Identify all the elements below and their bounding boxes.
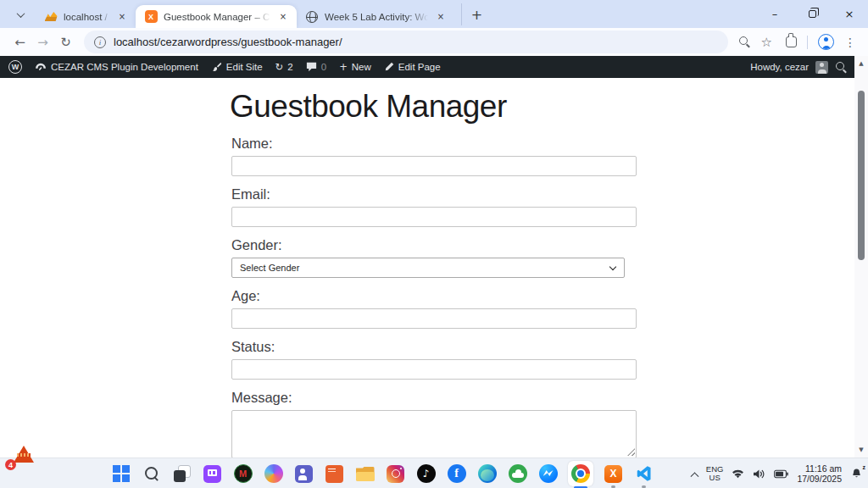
- edge-icon: [478, 464, 497, 483]
- time: 11:16 am: [797, 463, 842, 474]
- task-view-icon: [174, 465, 191, 482]
- wp-logo-menu[interactable]: W: [8, 60, 22, 74]
- email-input[interactable]: [231, 207, 637, 227]
- tab-search-button[interactable]: [10, 4, 31, 25]
- search-button[interactable]: [141, 463, 162, 485]
- email-label: Email:: [231, 186, 637, 202]
- xampp-icon: X: [604, 465, 622, 483]
- name-input[interactable]: [231, 156, 637, 176]
- date: 17/09/2025: [797, 474, 842, 484]
- dashboard-gauge-icon: [35, 62, 47, 72]
- browser-menu-icon[interactable]: ⋮: [844, 36, 856, 49]
- age-input[interactable]: [231, 308, 637, 329]
- edit-site-menu[interactable]: Edit Site: [211, 62, 263, 73]
- wordpress-icon: W: [8, 60, 22, 74]
- notifications-button[interactable]: z: [850, 468, 863, 480]
- language-indicator[interactable]: ENG US: [706, 465, 724, 483]
- forward-button[interactable]: →: [31, 30, 54, 53]
- tab-title: Guestbook Manager – CEZAR C: [164, 12, 270, 22]
- clock[interactable]: 11:16 am 17/09/2025: [797, 463, 842, 484]
- messenger-app[interactable]: [537, 463, 559, 485]
- browser-window: localhost / 127.0.0.1 / external_c × X G…: [0, 0, 868, 488]
- tab-week5-lab[interactable]: Week 5 Lab Activity: WordPress ×: [297, 5, 454, 28]
- url-text[interactable]: localhost/cezarwordpress/guestbook-manag…: [114, 36, 342, 48]
- new-content-menu[interactable]: + New: [339, 61, 371, 73]
- m-logo-icon: M: [234, 464, 253, 483]
- dnd-z-label: z: [863, 464, 866, 470]
- task-view-button[interactable]: [171, 463, 192, 485]
- comments-menu[interactable]: 0: [306, 62, 326, 72]
- file-explorer[interactable]: [354, 463, 376, 485]
- pencil-icon: [384, 62, 394, 72]
- address-bar[interactable]: i localhost/cezarwordpress/guestbook-man…: [84, 30, 728, 53]
- instagram-app[interactable]: [385, 463, 406, 485]
- gender-select[interactable]: Select Gender: [231, 258, 625, 278]
- name-field-group: Name:: [231, 136, 637, 176]
- new-tab-button[interactable]: +: [461, 3, 483, 25]
- tab-phpmyadmin[interactable]: localhost / 127.0.0.1 / external_c ×: [36, 5, 136, 28]
- howdy-label[interactable]: Howdy, cezar: [750, 62, 809, 72]
- message-textarea[interactable]: [231, 410, 637, 458]
- tiktok-app[interactable]: ♪: [415, 463, 437, 485]
- cloud-app[interactable]: [507, 463, 528, 485]
- scroll-up-icon[interactable]: ▲: [854, 58, 868, 69]
- zoom-icon[interactable]: [738, 36, 751, 48]
- xampp-app[interactable]: X: [603, 463, 624, 485]
- site-name-menu[interactable]: CEZAR CMS Plugin Development: [35, 62, 198, 72]
- alert-badge: 4: [5, 459, 16, 470]
- wifi-icon[interactable]: [732, 469, 744, 479]
- notes-app[interactable]: [324, 463, 345, 485]
- email-field-group: Email:: [231, 186, 637, 227]
- bell-icon: [850, 468, 863, 480]
- windows-taskbar: 4 M ♪ f X E: [0, 458, 868, 488]
- updates-menu[interactable]: ↻ 2: [275, 61, 293, 73]
- close-icon[interactable]: ×: [115, 10, 129, 24]
- extensions-icon[interactable]: [786, 36, 797, 47]
- folder-icon: [356, 467, 375, 481]
- battery-icon[interactable]: [774, 469, 788, 479]
- site-info-icon[interactable]: i: [94, 36, 106, 48]
- close-button[interactable]: ×: [831, 0, 868, 28]
- vscode-app[interactable]: [633, 463, 654, 485]
- speaker-icon[interactable]: [753, 469, 765, 480]
- teams-icon: [295, 465, 313, 483]
- page-scrollbar[interactable]: ▲ ▼: [854, 56, 868, 458]
- scrollbar-thumb[interactable]: [858, 91, 865, 260]
- search-icon[interactable]: [835, 61, 848, 74]
- twitch-app[interactable]: [202, 463, 223, 485]
- close-icon[interactable]: ×: [276, 10, 290, 24]
- restore-button[interactable]: [793, 0, 831, 28]
- updates-icon: ↻: [275, 61, 284, 73]
- bookmark-star-icon[interactable]: ☆: [761, 35, 772, 50]
- hidden-icons-chevron-icon[interactable]: [690, 472, 698, 480]
- toolbar-right-icons: ☆ ⋮: [738, 34, 860, 50]
- facebook-icon: f: [448, 464, 466, 483]
- copilot-app[interactable]: [263, 463, 284, 485]
- user-avatar[interactable]: [815, 61, 828, 74]
- m-logo-app[interactable]: M: [232, 463, 253, 485]
- close-icon[interactable]: ×: [434, 10, 448, 24]
- reload-button[interactable]: ↻: [54, 30, 77, 53]
- teams-app[interactable]: [293, 463, 314, 485]
- restore-icon: [809, 10, 816, 18]
- message-field-group: Message:: [231, 390, 637, 458]
- vscode-icon: [636, 465, 653, 482]
- status-input[interactable]: [231, 359, 637, 380]
- window-controls: – ×: [756, 0, 868, 28]
- message-label: Message:: [231, 390, 637, 406]
- back-button[interactable]: ←: [8, 30, 31, 53]
- edit-page-menu[interactable]: Edit Page: [384, 62, 441, 72]
- facebook-app[interactable]: f: [446, 463, 467, 485]
- globe-icon: [305, 10, 319, 24]
- scroll-down-icon[interactable]: ▼: [854, 444, 868, 456]
- chrome-icon: [571, 464, 590, 483]
- chrome-app-active[interactable]: [568, 461, 593, 486]
- tab-guestbook-manager-active[interactable]: X Guestbook Manager – CEZAR C ×: [136, 5, 297, 28]
- start-button[interactable]: [110, 463, 131, 485]
- minimize-button[interactable]: –: [756, 0, 793, 28]
- profile-avatar-icon[interactable]: [818, 34, 834, 50]
- instagram-icon: [387, 465, 404, 483]
- chevron-down-icon: [609, 263, 616, 270]
- copilot-icon: [264, 464, 283, 483]
- edge-app[interactable]: [476, 463, 498, 485]
